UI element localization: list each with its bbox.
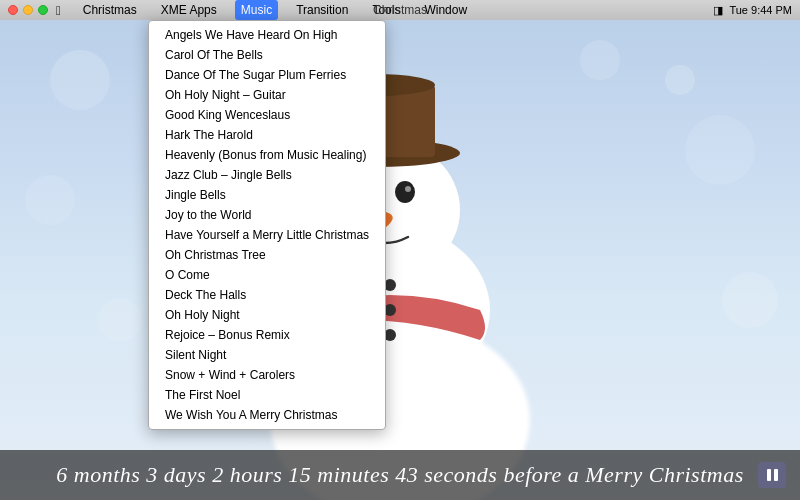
menu-music[interactable]: Music: [235, 0, 278, 20]
pause-bar-left: [767, 469, 771, 481]
music-menu-item[interactable]: Carol Of The Bells: [149, 45, 385, 65]
minimize-button[interactable]: [23, 5, 33, 15]
music-menu-item[interactable]: Silent Night: [149, 345, 385, 365]
clock: Tue 9:44 PM: [729, 4, 792, 16]
music-menu-item[interactable]: Heavenly (Bonus from Music Healing): [149, 145, 385, 165]
countdown-text: 6 months 3 days 2 hours 15 minutes 43 se…: [56, 462, 743, 488]
music-menu-item[interactable]: Dance Of The Sugar Plum Ferries: [149, 65, 385, 85]
svg-point-5: [665, 65, 695, 95]
music-menu-item[interactable]: Joy to the World: [149, 205, 385, 225]
pause-button[interactable]: [758, 462, 786, 488]
music-menu-item[interactable]: Oh Holy Night: [149, 305, 385, 325]
wifi-icon: ◨: [713, 4, 723, 17]
music-menu-item[interactable]: Snow + Wind + Carolers: [149, 365, 385, 385]
svg-point-18: [405, 186, 411, 192]
music-menu-item[interactable]: Oh Christmas Tree: [149, 245, 385, 265]
music-menu-item[interactable]: We Wish You A Merry Christmas: [149, 405, 385, 425]
window-title: Christmas: [373, 3, 427, 17]
music-menu-item[interactable]: Jazz Club – Jingle Bells: [149, 165, 385, 185]
music-menu-item[interactable]: Angels We Have Heard On High: [149, 25, 385, 45]
background: [0, 0, 800, 500]
svg-point-1: [580, 40, 620, 80]
menu-xme-apps[interactable]: XME Apps: [155, 0, 223, 20]
svg-point-0: [50, 50, 110, 110]
music-menu-item[interactable]: Hark The Harold: [149, 125, 385, 145]
close-button[interactable]: [8, 5, 18, 15]
svg-point-2: [685, 115, 755, 185]
music-menu-item[interactable]: Oh Holy Night – Guitar: [149, 85, 385, 105]
svg-point-4: [722, 272, 778, 328]
music-menu-item[interactable]: O Come: [149, 265, 385, 285]
menubar-right: ◨ Tue 9:44 PM: [713, 4, 792, 17]
menu-christmas[interactable]: Christmas: [77, 0, 143, 20]
music-menu-item[interactable]: Have Yourself a Merry Little Christmas: [149, 225, 385, 245]
maximize-button[interactable]: [38, 5, 48, 15]
menubar:  Christmas XME Apps Music Transition To…: [0, 0, 800, 20]
music-menu-item[interactable]: Good King Wenceslaus: [149, 105, 385, 125]
pause-bar-right: [774, 469, 778, 481]
menu-transition[interactable]: Transition: [290, 0, 354, 20]
music-dropdown: Angels We Have Heard On HighCarol Of The…: [148, 20, 386, 430]
music-menu-item[interactable]: Rejoice – Bonus Remix: [149, 325, 385, 345]
music-menu-item[interactable]: The First Noel: [149, 385, 385, 405]
svg-point-3: [25, 175, 75, 225]
svg-point-6: [98, 298, 142, 342]
svg-point-16: [395, 181, 415, 203]
music-menu-item[interactable]: Jingle Bells: [149, 185, 385, 205]
traffic-lights: [8, 5, 48, 15]
apple-logo-icon[interactable]: : [56, 3, 61, 18]
bottom-bar: 6 months 3 days 2 hours 15 minutes 43 se…: [0, 450, 800, 500]
music-menu-item[interactable]: Deck The Halls: [149, 285, 385, 305]
